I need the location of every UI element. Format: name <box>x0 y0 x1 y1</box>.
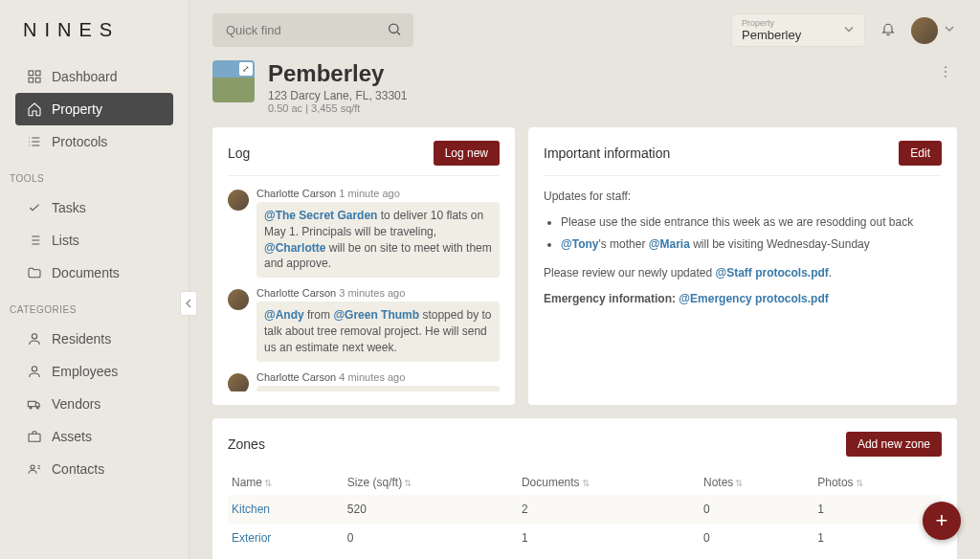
zones-col-header[interactable]: Notes⇅ <box>700 470 813 495</box>
sidebar-item-label: Documents <box>52 265 120 280</box>
log-entry: Charlotte Carson 4 minutes agoCalled @Cr… <box>228 371 500 391</box>
sidebar-item-contacts[interactable]: Contacts <box>15 453 173 485</box>
zone-link[interactable]: Kitchen <box>232 503 270 516</box>
mention[interactable]: @Emergency protocols.pdf <box>679 292 828 305</box>
briefcase-icon <box>27 429 42 444</box>
sidebar-item-dashboard[interactable]: Dashboard <box>15 60 173 93</box>
search-box <box>212 13 413 47</box>
sidebar-item-vendors[interactable]: Vendors <box>15 388 173 420</box>
info-bullet: @Tony's mother @Maria will be visiting W… <box>561 235 942 254</box>
property-meta: 0.50 ac | 3,455 sq/ft <box>268 102 407 114</box>
zones-title: Zones <box>228 436 265 452</box>
zones-col-header[interactable]: Size (sq/ft)⇅ <box>344 470 518 495</box>
property-menu-button[interactable] <box>934 60 957 83</box>
sidebar-item-label: Contacts <box>52 461 104 477</box>
log-message: @Andy from @Green Thumb stopped by to ta… <box>256 302 500 361</box>
svg-point-7 <box>30 407 32 409</box>
search-icon <box>387 21 402 39</box>
info-intro: Updates for staff: <box>544 188 942 206</box>
log-message: @The Secret Garden to deliver 10 flats o… <box>256 202 500 278</box>
log-card: Log Log new Charlotte Carson 1 minute ag… <box>212 127 515 405</box>
zones-row[interactable]: Kitchen520201 <box>228 495 942 524</box>
user-menu[interactable] <box>911 17 957 44</box>
zones-card: Zones Add new zone Name⇅Size (sq/ft)⇅Doc… <box>212 418 957 559</box>
user-avatar <box>911 17 938 44</box>
svg-rect-0 <box>29 71 33 76</box>
topbar: Property Pemberley <box>189 0 980 60</box>
zones-row[interactable]: Exterior0101 <box>228 524 942 552</box>
sidebar-item-label: Tasks <box>52 200 86 215</box>
property-address: 123 Darcy Lane, FL, 33301 <box>268 89 407 102</box>
mention[interactable]: @Green Thumb <box>333 308 419 322</box>
chevron-down-icon <box>841 21 857 39</box>
property-header: ⤢ Pemberley 123 Darcy Lane, FL, 33301 0.… <box>212 60 957 114</box>
notifications-button[interactable] <box>880 21 896 39</box>
sidebar-item-tasks[interactable]: Tasks <box>15 191 173 224</box>
info-edit-button[interactable]: Edit <box>899 141 942 166</box>
check-icon <box>27 200 42 215</box>
sidebar-item-property[interactable]: Property <box>15 93 173 125</box>
log-avatar <box>228 190 249 211</box>
sidebar-item-assets[interactable]: Assets <box>15 420 173 453</box>
person-icon <box>27 364 42 379</box>
log-new-button[interactable]: Log new <box>434 141 500 166</box>
svg-rect-2 <box>29 78 33 82</box>
sidebar-item-label: Employees <box>52 364 118 379</box>
log-message: Called @Crestron to troubleshoot presets… <box>256 386 500 391</box>
sidebar-item-label: Protocols <box>52 134 107 149</box>
search-input[interactable] <box>212 13 413 47</box>
sort-icon: ⇅ <box>404 478 412 488</box>
sidebar-collapse-button[interactable] <box>180 291 197 316</box>
property-selector-label: Property <box>742 18 837 28</box>
plus-icon: + <box>936 508 948 533</box>
log-entry: Charlotte Carson 1 minute ago@The Secret… <box>228 188 500 278</box>
chevron-down-icon <box>942 21 957 39</box>
mention[interactable]: @Andy <box>264 308 304 322</box>
sidebar-item-documents[interactable]: Documents <box>15 257 173 289</box>
svg-point-4 <box>32 334 36 339</box>
property-thumbnail[interactable]: ⤢ <box>212 60 255 102</box>
svg-point-14 <box>945 76 947 78</box>
svg-rect-3 <box>35 78 40 82</box>
zones-col-header[interactable]: Photos⇅ <box>813 470 942 495</box>
fab-add-button[interactable]: + <box>923 502 961 540</box>
svg-point-5 <box>32 367 36 371</box>
log-avatar <box>228 289 249 310</box>
sidebar: NINES DashboardPropertyProtocols TOOLS T… <box>0 0 189 559</box>
svg-rect-9 <box>29 434 40 441</box>
zones-col-header[interactable]: Name⇅ <box>228 470 344 495</box>
expand-icon: ⤢ <box>239 62 253 76</box>
property-selector[interactable]: Property Pemberley <box>731 13 865 47</box>
zones-table: Name⇅Size (sq/ft)⇅Documents⇅Notes⇅Photos… <box>228 470 942 552</box>
sort-icon: ⇅ <box>856 478 863 488</box>
dots-vertical-icon <box>938 64 953 79</box>
log-meta: Charlotte Carson 3 minutes ago <box>256 287 500 299</box>
svg-point-10 <box>31 465 34 469</box>
sidebar-item-label: Lists <box>52 233 79 248</box>
add-zone-button[interactable]: Add new zone <box>846 432 942 457</box>
log-avatar <box>228 373 249 391</box>
categories-heading: CATEGORIES <box>10 304 179 315</box>
sidebar-item-employees[interactable]: Employees <box>15 355 173 388</box>
tools-heading: TOOLS <box>10 173 179 184</box>
log-entry: Charlotte Carson 3 minutes ago@Andy from… <box>228 287 500 361</box>
brand-logo: NINES <box>0 0 189 56</box>
zones-col-header[interactable]: Documents⇅ <box>518 470 700 495</box>
mention[interactable]: @The Secret Garden <box>264 209 377 222</box>
mention[interactable]: @Maria <box>649 237 690 251</box>
property-title: Pemberley <box>268 60 407 87</box>
sidebar-item-label: Residents <box>52 331 111 347</box>
sidebar-item-label: Dashboard <box>52 69 118 84</box>
sidebar-item-lists[interactable]: Lists <box>15 224 173 257</box>
sidebar-item-residents[interactable]: Residents <box>15 323 173 355</box>
info-review-line: Please review our newly updated @Staff p… <box>544 264 942 282</box>
sidebar-item-label: Assets <box>52 429 92 444</box>
home-icon <box>27 101 42 117</box>
mention[interactable]: @Charlotte <box>264 241 325 255</box>
info-emergency: Emergency information: @Emergency protoc… <box>544 290 942 308</box>
zone-link[interactable]: Exterior <box>232 531 271 545</box>
sidebar-item-label: Vendors <box>52 396 100 412</box>
mention[interactable]: @Tony <box>561 237 598 251</box>
sidebar-item-protocols[interactable]: Protocols <box>15 125 173 158</box>
mention[interactable]: @Staff protocols.pdf <box>715 266 828 280</box>
